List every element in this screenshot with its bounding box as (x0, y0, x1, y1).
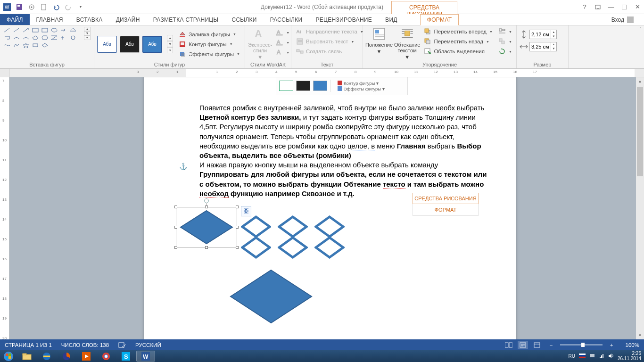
scroll-down-icon[interactable]: ▼ (636, 331, 644, 339)
web-layout-icon[interactable] (532, 341, 542, 349)
close-icon[interactable]: ✕ (631, 2, 644, 12)
shape-rhombus[interactable] (314, 236, 345, 259)
spinner-down-icon[interactable]: ▼ (551, 34, 556, 39)
shape-rhombus[interactable] (241, 215, 271, 238)
shape-rhombus-large[interactable] (229, 268, 314, 325)
vertical-ruler[interactable]: 789 101112 131415 161718 1920 (0, 77, 9, 339)
shapes-gallery-scroll[interactable]: ▲ ▼ ▾ (84, 27, 91, 40)
chevron-up-icon[interactable]: ▲ (84, 27, 91, 31)
tray-language[interactable]: RU (568, 354, 575, 359)
shape-effects-button[interactable]: Эффекты фигуры▼ (177, 49, 242, 59)
read-mode-icon[interactable] (504, 341, 514, 349)
taskbar-chrome[interactable] (97, 351, 116, 362)
resize-handle[interactable] (174, 206, 177, 208)
tray-clock[interactable]: 2:2526.11.2014 (618, 351, 641, 361)
help-icon[interactable]: ? (578, 2, 591, 12)
horizontal-ruler[interactable]: 321 123 456 789 101112 131415 1617 (9, 69, 644, 77)
rotate-button[interactable]: ▼ (496, 47, 514, 56)
height-field[interactable]: 2,12 см▲▼ (520, 30, 557, 39)
tray-volume-icon[interactable] (608, 353, 614, 360)
spellcheck-icon[interactable] (118, 342, 126, 348)
tab-review[interactable]: РЕЦЕНЗИРОВАНИЕ (309, 14, 379, 25)
zoom-slider[interactable] (560, 344, 603, 346)
tab-insert[interactable]: ВСТАВКА (70, 14, 109, 25)
shape-outline-button[interactable]: Контур фигуры▼ (177, 40, 242, 49)
zoom-in-icon[interactable]: + (606, 341, 617, 349)
resize-handle[interactable] (236, 246, 239, 249)
minimize-icon[interactable]: — (604, 2, 618, 12)
styles-gallery-scroll[interactable]: ▲▼▾ (167, 35, 173, 54)
tab-format[interactable]: ФОРМАТ (420, 14, 459, 25)
taskbar-ie[interactable] (37, 351, 56, 362)
more-icon[interactable]: ▾ (84, 35, 91, 40)
selected-shape[interactable] (176, 207, 237, 247)
maximize-icon[interactable] (618, 2, 631, 12)
shape-rhombus[interactable] (278, 215, 308, 238)
tray-network-icon[interactable] (599, 353, 604, 360)
resize-handle[interactable] (205, 206, 208, 208)
send-backward-button[interactable]: Переместить назад▼ (422, 37, 495, 46)
undo-icon[interactable] (50, 1, 62, 13)
tab-mailings[interactable]: РАССЫЛКИ (264, 14, 309, 25)
start-button[interactable] (0, 350, 17, 362)
vertical-scrollbar[interactable]: ▲ ▼ (636, 77, 644, 339)
spinner-down-icon[interactable]: ▼ (551, 47, 556, 51)
selection-pane-button[interactable]: Область выделения (422, 47, 495, 56)
bring-forward-button[interactable]: Переместить вперед▼ (422, 27, 495, 36)
redo-icon[interactable] (63, 1, 74, 13)
resize-handle[interactable] (236, 206, 239, 208)
page-canvas[interactable]: Контур фигуры▾ Эффекты фигуры▾ Появится … (9, 77, 644, 339)
resize-handle[interactable] (205, 246, 208, 249)
resize-handle[interactable] (236, 226, 239, 229)
chevron-down-icon[interactable]: ▼ (84, 31, 91, 35)
resize-handle[interactable] (174, 226, 177, 229)
layout-options-icon[interactable] (241, 206, 251, 216)
save-icon[interactable] (14, 1, 25, 13)
zoom-out-icon[interactable]: − (546, 341, 556, 349)
style-swatch-2[interactable]: Абв (120, 36, 140, 53)
tab-page-layout[interactable]: РАЗМЕТКА СТРАНИЦЫ (147, 14, 225, 25)
ribbon-display-icon[interactable] (591, 2, 604, 12)
shape-rhombus[interactable] (278, 236, 308, 259)
position-button[interactable]: Положение▼ (366, 27, 392, 54)
tray-action-icon[interactable] (589, 353, 595, 360)
zoom-level[interactable]: 100% (620, 342, 639, 348)
shape-fill-button[interactable]: Заливка фигуры▼ (177, 30, 242, 39)
taskbar-firefox[interactable] (57, 351, 76, 362)
style-swatch-1[interactable]: Абв (97, 36, 117, 53)
word-count[interactable]: ЧИСЛО СЛОВ: 138 (61, 342, 109, 348)
taskbar-word[interactable]: W (136, 351, 155, 362)
shape-rhombus[interactable] (314, 215, 345, 238)
scroll-up-icon[interactable]: ▲ (636, 77, 644, 85)
document-text[interactable]: Появится ромбик с внутренней заливкой, ч… (199, 103, 487, 198)
collapse-ribbon-icon[interactable]: ˆ (640, 27, 641, 33)
scrollbar-thumb[interactable] (637, 87, 643, 176)
tab-file[interactable]: ФАЙЛ (0, 14, 30, 25)
resize-handle[interactable] (174, 246, 177, 249)
print-layout-icon[interactable] (518, 341, 528, 349)
qat-customize-icon[interactable]: ▾ (75, 1, 86, 13)
tab-design[interactable]: ДИЗАЙН (109, 14, 147, 25)
align-button[interactable]: ▼ (496, 27, 514, 36)
wrap-text-button[interactable]: Обтекание текстом▼ (394, 27, 420, 60)
touch-mode-icon[interactable] (26, 1, 37, 13)
page-indicator[interactable]: СТРАНИЦА 1 ИЗ 1 (5, 342, 52, 348)
system-tray[interactable]: RU 2:2526.11.2014 (568, 351, 644, 361)
tray-flag-icon[interactable] (579, 354, 586, 359)
style-swatch-3[interactable]: Абв (142, 36, 162, 53)
width-field[interactable]: 3,25 см▲▼ (520, 42, 557, 51)
tab-home[interactable]: ГЛАВНАЯ (30, 14, 70, 25)
new-doc-icon[interactable] (38, 1, 50, 13)
language-indicator[interactable]: РУССКИЙ (135, 342, 161, 348)
sign-in[interactable]: Вход (611, 14, 641, 25)
tab-references[interactable]: ССЫЛКИ (225, 14, 263, 25)
taskbar-skype[interactable]: S (116, 351, 135, 362)
rotate-handle-icon[interactable] (204, 198, 209, 203)
tab-view[interactable]: ВИД (379, 14, 404, 25)
taskbar-explorer[interactable] (17, 351, 36, 362)
shape-styles-gallery[interactable]: Абв Абв Абв (97, 36, 162, 53)
shapes-gallery[interactable] (3, 27, 83, 49)
spinner-up-icon[interactable]: ▲ (551, 42, 556, 47)
taskbar-media[interactable] (77, 351, 96, 362)
spinner-up-icon[interactable]: ▲ (551, 30, 556, 34)
